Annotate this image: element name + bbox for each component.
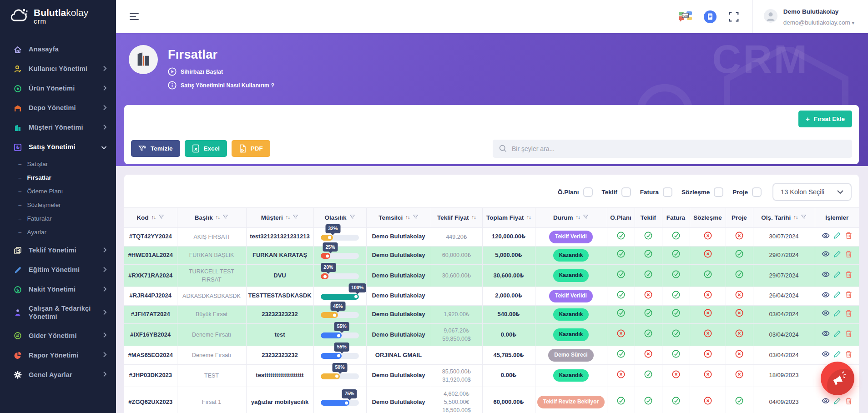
edit-button[interactable] <box>833 350 841 359</box>
user-menu[interactable]: Demo Bulutlakolay demo@bulutlakolay.com … <box>753 6 868 28</box>
sidebar-item-13[interactable]: Genel Ayarlar <box>0 365 116 384</box>
filter-funnel-icon[interactable] <box>293 214 298 222</box>
edit-button[interactable] <box>833 291 841 300</box>
filter-funnel-icon[interactable] <box>349 214 355 222</box>
sort-icon[interactable]: ↑↓ <box>216 215 220 221</box>
sidebar-item-8[interactable]: Eğitim Yönetimi <box>0 260 116 280</box>
edit-button[interactable] <box>833 309 841 318</box>
filter-checkbox[interactable] <box>583 187 593 197</box>
column-header[interactable]: Toplam Fiyat↑↓ <box>482 208 535 228</box>
sidebar-item-2[interactable]: Kullanıcı Yönetimi <box>0 59 116 79</box>
wizard-link[interactable]: Sihirbazı Başlat <box>168 67 274 76</box>
edit-button[interactable] <box>833 271 841 280</box>
check-circle-icon <box>616 273 626 280</box>
sidebar-subitem[interactable]: –Sözleşmeler <box>0 198 116 212</box>
column-header[interactable]: Başlık↑↓ <box>177 208 246 228</box>
cell-title: TURKCELL TEST FIRSAT <box>177 264 246 287</box>
column-header[interactable]: Kod↑↓ <box>124 208 177 228</box>
clear-filters-button[interactable]: Temizle <box>131 140 180 157</box>
column-header[interactable]: Ö.Planı <box>607 208 635 228</box>
sidebar-subitem[interactable]: –Ödeme Planı <box>0 184 116 198</box>
cell-title: ADKASDKASDKASDK <box>177 287 246 305</box>
menu-toggle-icon[interactable] <box>130 13 139 20</box>
document-icon[interactable] <box>703 10 717 24</box>
edit-button[interactable] <box>833 250 841 259</box>
edit-button[interactable] <box>833 330 841 339</box>
brand-logo[interactable]: Bulutlakolay crm <box>0 0 116 33</box>
delete-button[interactable] <box>845 397 853 406</box>
column-header[interactable]: Teklif <box>635 208 662 228</box>
sort-icon[interactable]: ↑↓ <box>286 215 290 221</box>
sort-icon[interactable]: ↑↓ <box>793 215 798 221</box>
sidebar-subitem[interactable]: –Fırsatlar <box>0 171 116 184</box>
sort-icon[interactable]: ↑↓ <box>151 215 156 221</box>
toolbar-card: + Fırsat Ekle Temizle Excel <box>124 105 859 164</box>
column-header[interactable]: Durum↑↓ <box>535 208 607 228</box>
filter-funnel-icon[interactable] <box>801 214 807 222</box>
filter-checkbox[interactable] <box>621 187 631 197</box>
column-header[interactable]: Temsilci↑↓ <box>366 208 431 228</box>
column-header[interactable]: Proje <box>726 208 753 228</box>
sort-icon[interactable]: ↑↓ <box>526 215 531 221</box>
column-select-dropdown[interactable]: 13 Kolon Seçili <box>772 183 852 201</box>
delete-button[interactable] <box>845 250 853 259</box>
delete-button[interactable] <box>845 309 853 318</box>
column-header[interactable]: Olş. Tarihi↑↓ <box>753 208 815 228</box>
filter-funnel-icon[interactable] <box>583 214 589 222</box>
view-button[interactable] <box>822 329 830 339</box>
add-opportunity-button[interactable]: + Fırsat Ekle <box>798 111 852 127</box>
sort-icon[interactable]: ↑↓ <box>405 215 410 221</box>
table-row: #RJR44PJ2024ADKASDKASDKASDKTESTTESTASDKA… <box>124 287 859 305</box>
filter-funnel-icon[interactable] <box>413 214 419 222</box>
view-button[interactable] <box>822 232 830 241</box>
sidebar-item-1[interactable]: Anasayfa <box>0 40 116 59</box>
sort-icon[interactable]: ↑↓ <box>472 215 476 221</box>
view-button[interactable] <box>822 350 830 359</box>
sort-icon[interactable]: ↑↓ <box>576 215 580 221</box>
delete-button[interactable] <box>845 330 853 339</box>
sidebar-item-7[interactable]: Teklif Yönetimi <box>0 241 116 260</box>
sidebar-subitem[interactable]: –Satışlar <box>0 157 116 171</box>
filter-checkbox[interactable] <box>663 187 672 197</box>
view-button[interactable] <box>822 397 830 406</box>
filter-checkbox[interactable] <box>752 187 762 197</box>
help-link[interactable]: Satış Yönetimini Nasıl Kullanırım ? <box>168 81 274 90</box>
edit-button[interactable] <box>833 232 841 241</box>
delete-button[interactable] <box>845 350 853 359</box>
column-header[interactable]: Müşteri↑↓ <box>246 208 313 228</box>
filter-funnel-icon[interactable] <box>222 214 228 222</box>
search-input[interactable] <box>512 145 846 152</box>
view-button[interactable] <box>822 309 830 318</box>
view-button[interactable] <box>822 291 830 300</box>
cell-code: #TQT42YY2024 <box>124 228 177 246</box>
delete-button[interactable] <box>845 271 853 280</box>
faq-chat-icon[interactable]: FAQ <box>678 10 692 23</box>
edit-button[interactable] <box>833 397 841 406</box>
sidebar-item-5[interactable]: Müşteri Yönetimi <box>0 118 116 137</box>
view-button[interactable] <box>822 270 830 280</box>
column-header[interactable]: İşlemler <box>815 208 859 228</box>
table-row: #ZGQ62UX2023Fırsat 1yağızlar mobilyacılı… <box>124 387 859 413</box>
filter-checkbox[interactable] <box>714 187 723 197</box>
column-header[interactable]: Sözleşme <box>690 208 726 228</box>
sidebar-subitem[interactable]: –Ayarlar <box>0 225 116 239</box>
delete-button[interactable] <box>845 232 853 241</box>
sidebar-item-4[interactable]: Depo Yönetimi <box>0 98 116 118</box>
export-pdf-button[interactable]: PDF <box>232 140 270 157</box>
sidebar-item-12[interactable]: Rapor Yönetimi <box>0 345 116 365</box>
delete-button[interactable] <box>845 291 853 300</box>
sidebar-item-3[interactable]: Ürün Yönetimi <box>0 79 116 98</box>
cell-offer-price <box>431 346 482 364</box>
sidebar-item-9[interactable]: $Nakit Yönetimi <box>0 280 116 299</box>
fullscreen-icon[interactable] <box>728 11 740 23</box>
column-header[interactable]: Fatura <box>662 208 690 228</box>
column-header[interactable]: Teklif Fiyat↑↓ <box>431 208 482 228</box>
view-button[interactable] <box>822 250 830 259</box>
sidebar-subitem[interactable]: –Faturalar <box>0 212 116 225</box>
sidebar-item-6[interactable]: ₺Satış Yönetimi <box>0 137 116 157</box>
announcement-fab[interactable] <box>821 362 854 395</box>
sidebar-item-11[interactable]: Gider Yönetimi <box>0 326 116 345</box>
sidebar-item-10[interactable]: Çalışan & Tedarikçi Yönetimi <box>0 299 116 326</box>
export-excel-button[interactable]: Excel <box>185 140 227 157</box>
filter-funnel-icon[interactable] <box>158 214 164 222</box>
